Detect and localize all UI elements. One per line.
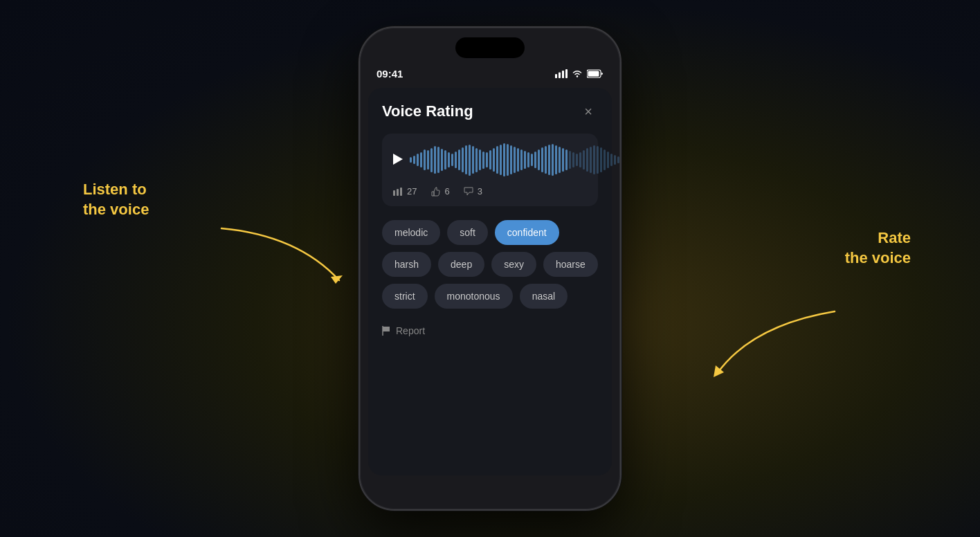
flag-icon xyxy=(382,326,390,336)
svg-point-6 xyxy=(577,75,578,77)
annotation-left-line1: Listen to xyxy=(83,181,147,198)
tag-confident[interactable]: confident xyxy=(495,220,559,245)
tag-deep[interactable]: deep xyxy=(438,252,484,277)
stat-views: 27 xyxy=(393,186,417,197)
status-icons xyxy=(555,69,604,78)
svg-rect-11 xyxy=(397,189,399,196)
svg-rect-4 xyxy=(562,71,564,78)
dynamic-island xyxy=(455,37,525,58)
report-button[interactable]: Report xyxy=(382,325,598,336)
annotation-right-line1: Rate xyxy=(878,229,911,246)
tags-section: melodicsoftconfidentharshdeepsexyhoarses… xyxy=(382,220,598,309)
svg-rect-3 xyxy=(559,73,561,79)
report-label: Report xyxy=(396,325,425,336)
close-button[interactable]: × xyxy=(579,102,598,121)
signal-icon xyxy=(555,69,568,78)
modal-content: Voice Rating × 00:31 xyxy=(368,88,612,475)
tag-harsh[interactable]: harsh xyxy=(382,252,431,277)
svg-rect-10 xyxy=(393,190,395,196)
tag-soft[interactable]: soft xyxy=(447,220,488,245)
arrow-right-indicator xyxy=(689,304,842,390)
play-button[interactable] xyxy=(393,154,403,167)
wifi-icon xyxy=(572,69,583,78)
comment-icon xyxy=(464,187,473,197)
tag-nasal[interactable]: nasal xyxy=(520,284,568,309)
thumbs-up-icon xyxy=(430,187,440,197)
phone-frame: 09:41 xyxy=(359,26,621,511)
tag-melodic[interactable]: melodic xyxy=(382,220,440,245)
svg-rect-12 xyxy=(400,188,402,196)
stats-row: 27 6 3 xyxy=(393,186,587,197)
stat-comments-count: 3 xyxy=(478,186,482,197)
status-time: 09:41 xyxy=(376,68,403,80)
stat-likes-count: 6 xyxy=(444,186,449,197)
annotation-left-line2: the voice xyxy=(83,201,149,218)
tag-sexy[interactable]: sexy xyxy=(491,252,536,277)
svg-marker-0 xyxy=(331,275,343,284)
svg-rect-2 xyxy=(555,74,557,78)
tag-hoarse[interactable]: hoarse xyxy=(543,252,598,277)
svg-rect-5 xyxy=(565,69,568,78)
waveform-row: 00:31 xyxy=(393,143,587,176)
stat-comments[interactable]: 3 xyxy=(464,186,482,197)
bar-chart-icon xyxy=(393,188,403,196)
annotation-right-line2: the voice xyxy=(845,249,911,266)
modal-header: Voice Rating × xyxy=(382,102,598,121)
svg-marker-9 xyxy=(393,154,403,165)
stat-likes[interactable]: 6 xyxy=(430,186,449,197)
annotation-left: Listen to the voice xyxy=(83,180,149,219)
waveform-display[interactable] xyxy=(410,143,621,176)
player-box: 00:31 27 6 xyxy=(382,134,598,206)
modal-title: Voice Rating xyxy=(382,102,473,120)
tag-monotonous[interactable]: monotonous xyxy=(435,284,513,309)
tag-strict[interactable]: strict xyxy=(382,284,428,309)
stat-views-count: 27 xyxy=(407,186,417,197)
svg-rect-8 xyxy=(588,71,599,77)
battery-icon xyxy=(587,69,604,78)
annotation-right: Rate the voice xyxy=(845,228,911,268)
arrow-left-indicator xyxy=(215,221,353,293)
